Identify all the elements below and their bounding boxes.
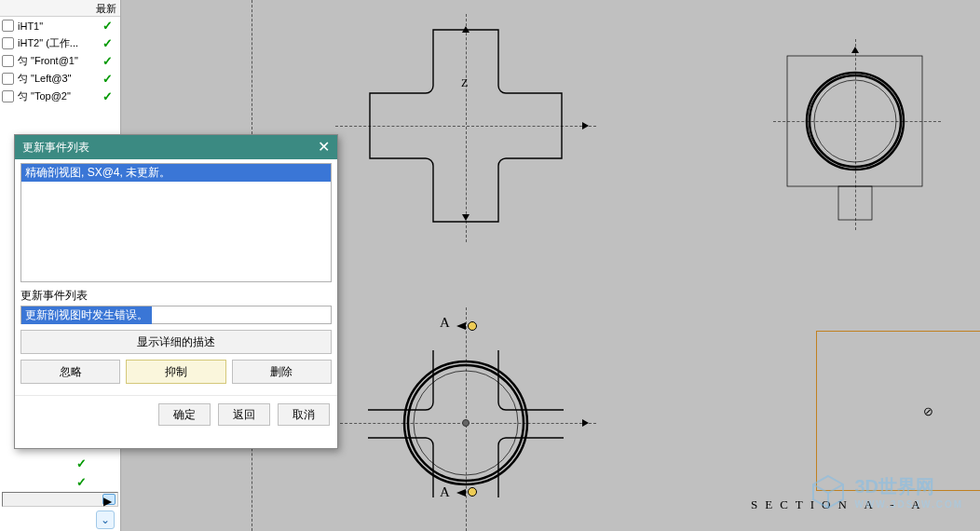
axis-label: Z	[461, 76, 468, 90]
ok-button[interactable]: 确定	[158, 403, 211, 426]
update-events-dialog: 更新事件列表 ✕ 精确剖视图, SX@4, 未更新。 更新事件列表 更新剖视图时…	[14, 134, 338, 449]
section-label-a: A	[440, 484, 450, 500]
end-view	[773, 47, 941, 224]
checkmark-icon: ✓	[102, 54, 113, 68]
svg-point-2	[810, 75, 901, 167]
arrowhead-icon	[462, 26, 470, 33]
tree-item-label: 匀 "Left@3"	[18, 72, 72, 86]
watermark: 3D世界网WWW.3DSJW.COM	[810, 473, 963, 511]
column-header: 最新	[0, 0, 120, 17]
list-item[interactable]: 精确剖视图, SX@4, 未更新。	[21, 164, 331, 182]
section-label-a: A	[440, 315, 450, 331]
sheet-icon	[2, 37, 14, 49]
view-icon	[2, 73, 14, 85]
dialog-title-text: 更新事件列表	[22, 140, 89, 156]
cross-fitting-view	[345, 28, 596, 228]
svg-point-1	[807, 73, 904, 170]
show-details-button[interactable]: 显示详细的描述	[20, 330, 332, 354]
section-arrow-handle[interactable]	[468, 321, 477, 331]
close-icon[interactable]: ✕	[318, 140, 330, 155]
status-text: 更新剖视图时发生错误。	[21, 306, 152, 324]
arrowhead-icon	[582, 122, 589, 129]
collapse-panel-button[interactable]: ⌄	[96, 511, 115, 529]
checkmark-icon: ✓	[76, 456, 87, 470]
arrowhead-icon	[462, 214, 470, 221]
cancel-button[interactable]: 取消	[278, 403, 330, 426]
arrowhead-icon	[851, 47, 859, 53]
view-icon	[2, 55, 14, 67]
view-icon	[2, 90, 14, 102]
section-arrow-handle[interactable]	[468, 487, 477, 497]
svg-point-3	[814, 80, 896, 162]
suppress-button[interactable]: 抑制	[126, 360, 225, 384]
tree-item-label: 匀 "Front@1"	[18, 54, 78, 68]
checkmark-icon: ✓	[102, 36, 113, 50]
empty-marker-icon: ⊘	[923, 404, 933, 418]
events-listbox[interactable]: 精确剖视图, SX@4, 未更新。	[20, 163, 332, 282]
tree-item[interactable]: 匀 "Left@3"✓	[0, 70, 120, 88]
checkmark-icon: ✓	[102, 89, 113, 103]
center-point	[462, 419, 470, 427]
tree-item-label: 匀 "Top@2"	[18, 89, 71, 103]
tree-item[interactable]: iHT1"✓	[0, 17, 120, 34]
delete-button[interactable]: 删除	[232, 360, 332, 384]
arrowhead-icon	[456, 322, 466, 330]
checkmark-icon: ✓	[76, 475, 87, 489]
tree-item-label: iHT2" (工作...	[18, 36, 78, 50]
cube-icon	[810, 473, 847, 511]
arrowhead-icon	[456, 489, 466, 497]
tree-item-label: iHT1"	[18, 20, 43, 32]
checkmark-icon: ✓	[102, 19, 113, 33]
tree-item[interactable]: 匀 "Top@2"✓	[0, 88, 120, 105]
horizontal-scrollbar[interactable]: ▶	[2, 492, 118, 507]
back-button[interactable]: 返回	[218, 403, 270, 426]
sheet-icon	[2, 20, 14, 32]
svg-rect-4	[838, 186, 872, 220]
tree-item[interactable]: 匀 "Front@1"✓	[0, 52, 120, 70]
scroll-right-button[interactable]: ▶	[102, 494, 116, 505]
events-label: 更新事件列表	[20, 288, 332, 304]
tree-item[interactable]: iHT2" (工作...✓	[0, 34, 120, 52]
section-view-placeholder[interactable]: ⊘	[816, 331, 980, 491]
status-field[interactable]: 更新剖视图时发生错误。	[20, 306, 332, 324]
checkmark-icon: ✓	[102, 72, 113, 86]
arrowhead-icon	[582, 419, 589, 427]
elbow-fitting-view	[345, 345, 596, 503]
dialog-titlebar[interactable]: 更新事件列表 ✕	[15, 135, 337, 159]
ignore-button[interactable]: 忽略	[20, 360, 120, 384]
